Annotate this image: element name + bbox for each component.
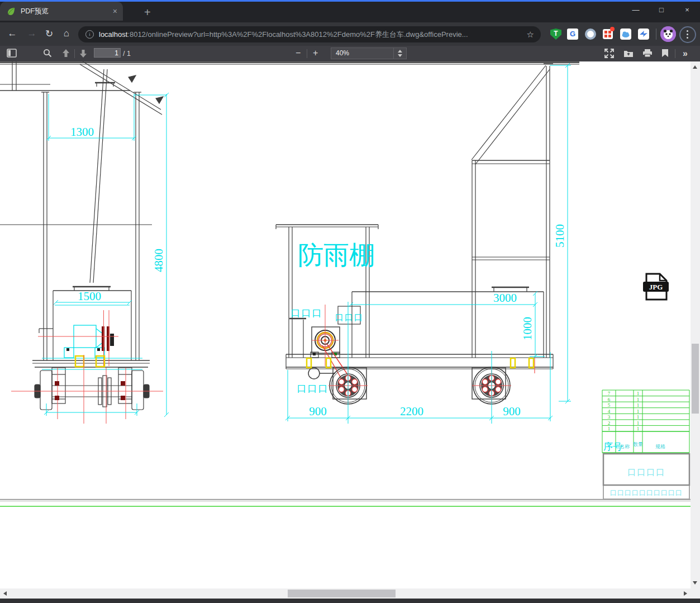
front-view bbox=[0, 61, 163, 410]
row-qty: 1 bbox=[637, 414, 640, 420]
dim-3000: 3000 bbox=[493, 291, 517, 305]
scroll-left-arrow-icon[interactable] bbox=[3, 591, 7, 596]
rail-clamps bbox=[307, 358, 534, 368]
vertical-scrollbar-thumb[interactable] bbox=[692, 344, 699, 414]
front-view-motor bbox=[38, 305, 142, 369]
pdf-page-canvas: 1300 4800 1500 bbox=[0, 61, 691, 588]
dim-1000: 1000 bbox=[521, 317, 534, 340]
presentation-mode-icon[interactable] bbox=[604, 49, 614, 58]
search-icon[interactable] bbox=[43, 49, 52, 58]
browser-tab-bar: PDF预览 × bbox=[0, 2, 700, 22]
row-no: 6 bbox=[608, 397, 611, 402]
toolbar-separator bbox=[74, 49, 75, 58]
url-host: localhost bbox=[99, 30, 127, 39]
more-tools-button[interactable]: » bbox=[683, 49, 687, 59]
jpg-icon-label: JPG bbox=[649, 283, 663, 291]
address-bar[interactable]: i localhost :8012/onlinePreview?url=http… bbox=[78, 26, 541, 42]
header-qty: 数量 bbox=[633, 441, 643, 447]
bird-extension-icon[interactable] bbox=[638, 29, 649, 40]
next-page-icon[interactable] bbox=[79, 49, 88, 58]
page-count-label: / 1 bbox=[123, 50, 131, 58]
row-qty: 1 bbox=[637, 409, 640, 414]
row-no: 4 bbox=[608, 409, 611, 414]
new-tab-button[interactable]: + bbox=[144, 7, 151, 18]
dim-1300: 1300 bbox=[70, 125, 94, 139]
sidebar-toggle-icon[interactable] bbox=[7, 49, 17, 58]
tab-title: PDF预览 bbox=[21, 7, 113, 16]
select-arrows-icon bbox=[393, 48, 406, 59]
toolbar-separator bbox=[656, 29, 656, 40]
row-no: 7 bbox=[608, 391, 611, 396]
window-bottom-edge bbox=[0, 599, 700, 603]
window-close-button[interactable]: × bbox=[679, 6, 696, 14]
dim-1500: 1500 bbox=[78, 289, 101, 303]
bookmark-star-icon[interactable]: ☆ bbox=[527, 30, 534, 40]
scroll-up-arrow-icon[interactable] bbox=[693, 65, 697, 69]
row-no: 3 bbox=[608, 414, 611, 420]
dim-900-right: 900 bbox=[503, 405, 521, 418]
page-info-icon[interactable]: i bbox=[85, 30, 94, 39]
cloud-extension-icon[interactable] bbox=[620, 29, 631, 40]
scroll-right-arrow-icon[interactable] bbox=[684, 591, 687, 596]
browser-menu-button[interactable] bbox=[679, 26, 696, 43]
side-view-wheels bbox=[328, 367, 511, 404]
dim-2200: 2200 bbox=[400, 405, 423, 418]
title-placeholder: 口口口口 bbox=[627, 468, 665, 477]
row-no: 5 bbox=[608, 402, 611, 408]
cad-drawing: 1300 4800 1500 bbox=[0, 61, 691, 588]
back-button[interactable]: ← bbox=[6, 28, 19, 39]
row-no: 2 bbox=[608, 420, 611, 426]
title-block: 7 1 6 1 5 1 4 1 3 1 2 1 1 1 序号 名称 数量 规格 … bbox=[602, 390, 689, 499]
tab-close-icon[interactable]: × bbox=[113, 7, 117, 16]
row-qty: 1 bbox=[637, 391, 640, 396]
profile-avatar[interactable] bbox=[660, 26, 676, 42]
front-view-axle bbox=[11, 355, 163, 424]
zoom-in-button[interactable]: + bbox=[313, 48, 318, 58]
window-minimize-button[interactable]: — bbox=[627, 6, 644, 14]
horizontal-scrollbar[interactable] bbox=[0, 588, 691, 599]
reload-button[interactable]: ↻ bbox=[42, 28, 56, 40]
row-qty: 1 bbox=[637, 420, 640, 426]
window-maximize-button[interactable]: □ bbox=[653, 6, 670, 14]
toolbar-separator bbox=[675, 49, 675, 58]
jpg-file-icon: JPG bbox=[643, 274, 669, 300]
row-qty: 1 bbox=[637, 426, 640, 431]
canopy-label: 防雨棚 bbox=[298, 241, 375, 269]
vertical-scrollbar[interactable] bbox=[691, 61, 700, 588]
open-file-icon[interactable] bbox=[623, 49, 634, 58]
ring-extension-icon[interactable] bbox=[585, 29, 596, 40]
print-icon[interactable] bbox=[642, 49, 653, 58]
translate-extension-icon[interactable]: G bbox=[567, 29, 578, 40]
header-name: 名称 bbox=[620, 444, 630, 449]
horizontal-scrollbar-thumb[interactable] bbox=[288, 590, 396, 597]
toolbar-separator bbox=[307, 49, 307, 58]
page-number-input[interactable] bbox=[94, 48, 121, 58]
sheet-border-lines bbox=[0, 500, 691, 506]
placeholder-text-1: 口口口 bbox=[291, 308, 323, 319]
leaf-favicon-icon bbox=[7, 7, 16, 16]
scroll-down-arrow-icon[interactable] bbox=[693, 581, 697, 585]
side-view bbox=[276, 64, 553, 399]
placeholder-text-3: 口口口 bbox=[297, 383, 329, 394]
zoom-level-value: 40% bbox=[336, 49, 349, 57]
row-no: 1 bbox=[608, 426, 611, 431]
scrollbar-corner bbox=[691, 588, 700, 599]
extension-notification-badge bbox=[610, 27, 615, 31]
zoom-out-button[interactable]: − bbox=[296, 48, 301, 58]
bookmark-icon[interactable] bbox=[661, 49, 669, 58]
url-path: :8012/onlinePreview?url=http%3A%2F%2Floc… bbox=[127, 30, 523, 40]
dim-5100: 5100 bbox=[553, 224, 566, 248]
footer-placeholder: 口口口口口口口口口口 bbox=[610, 489, 683, 497]
dim-900-left: 900 bbox=[309, 405, 327, 418]
tab-pdf-preview[interactable]: PDF预览 × bbox=[0, 2, 123, 21]
previous-page-icon[interactable] bbox=[61, 49, 70, 58]
forward-button[interactable]: → bbox=[25, 28, 39, 39]
row-qty: 1 bbox=[637, 397, 640, 402]
row-qty: 1 bbox=[637, 402, 640, 408]
home-button[interactable]: ⌂ bbox=[60, 28, 73, 39]
dim-4800: 4800 bbox=[152, 249, 165, 272]
header-spec: 规格 bbox=[655, 444, 665, 449]
placeholder-text-2: 口口口 bbox=[335, 313, 364, 322]
zoom-level-select[interactable]: 40% bbox=[331, 48, 407, 59]
